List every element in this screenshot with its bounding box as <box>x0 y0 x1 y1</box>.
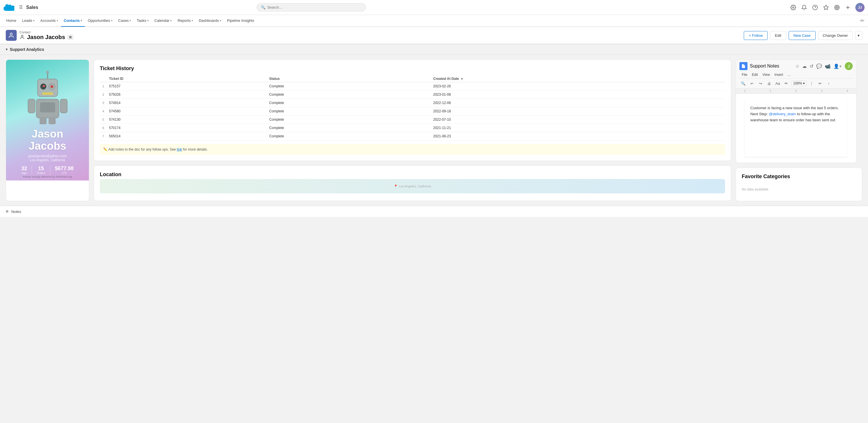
app-grid-icon[interactable]: ⠿ <box>19 4 23 11</box>
chevron-down-icon: ▾ <box>191 19 193 22</box>
chevron-down-icon: ▾ <box>33 19 34 22</box>
row-status: Complete <box>267 107 431 116</box>
nav-item-reports[interactable]: Reports ▾ <box>175 15 196 27</box>
favorite-categories-card: Favorite Categories No data available <box>736 167 862 201</box>
notes-label[interactable]: Notes <box>11 209 21 214</box>
gdoc-header: Support Notes ☆ ☁ ↺ 💬 📹 👤+ J <box>739 62 853 70</box>
star-bookmark-icon[interactable] <box>823 4 830 11</box>
setup-icon[interactable] <box>790 4 797 11</box>
history-icon[interactable]: ↺ <box>810 64 813 69</box>
row-ticket-id[interactable]: 574130 <box>107 116 267 124</box>
gdoc-tool-paint[interactable]: ✏ <box>782 79 790 87</box>
nav-item-pipeline-insights[interactable]: Pipeline Insights <box>224 15 257 27</box>
gdoc-tool-expand[interactable]: ↑ <box>825 79 833 87</box>
table-row: 3 574914 Complete 2022-12-06 <box>100 99 725 107</box>
row-ticket-id[interactable]: 574580 <box>107 107 267 116</box>
gdoc-menu-file[interactable]: File <box>739 72 749 77</box>
profile-email: jasonjacobs@yahoo.com <box>28 154 67 158</box>
row-ticket-id[interactable]: 570174 <box>107 124 267 132</box>
row-num: 6 <box>100 124 107 132</box>
svg-rect-21 <box>28 99 35 113</box>
add-icon[interactable] <box>844 4 851 11</box>
section-chevron-icon: ▾ <box>6 47 7 52</box>
gdoc-content[interactable]: Customer is facing a new issue with the … <box>736 94 856 163</box>
nav-more-icon[interactable]: ✏ <box>860 18 865 24</box>
nav-item-leads[interactable]: Leads ▾ <box>19 15 37 27</box>
gdoc-tool-redo[interactable]: ↪ <box>757 79 764 87</box>
col-date[interactable]: Created At Date ▼ <box>431 75 725 82</box>
profile-banner: Robots lovingly delivered by Robohash.or… <box>6 60 89 181</box>
chevron-down-icon: ▾ <box>170 19 172 22</box>
svg-point-9 <box>10 33 12 35</box>
row-date: 2021-08-23 <box>431 132 725 140</box>
robot-watermark: Robots lovingly delivered by Robohash.or… <box>6 175 89 178</box>
comment-icon[interactable]: 💬 <box>816 64 822 69</box>
nav-item-opportunities[interactable]: Opportunities ▾ <box>85 15 115 27</box>
nav-item-accounts[interactable]: Accounts ▾ <box>37 15 61 27</box>
page-header: Contact Jason Jacobs ⊞ + Follow Edit New… <box>0 27 868 44</box>
row-ticket-id[interactable]: 551989 <box>107 140 267 142</box>
add-person-icon[interactable]: 👤+ <box>834 64 842 69</box>
salesforce-logo[interactable] <box>3 2 14 13</box>
nav-item-calendar[interactable]: Calendar ▾ <box>152 15 175 27</box>
target-icon[interactable] <box>834 4 840 11</box>
nav-item-contacts[interactable]: Contacts ▾ <box>61 15 85 27</box>
row-ticket-id[interactable]: 574914 <box>107 99 267 107</box>
cloud-icon[interactable]: ☁ <box>802 64 807 69</box>
help-icon[interactable] <box>812 4 818 11</box>
gdoc-tool-bar: 🔍 ↩ ↪ 🖨 Aa ✏ 100% ▾ ⋮ ✏ ↑ <box>739 78 853 88</box>
svg-point-0 <box>793 7 794 8</box>
nav-item-tasks[interactable]: Tasks ▾ <box>134 15 151 27</box>
user-avatar[interactable]: JJ <box>855 3 865 12</box>
contact-header-info: Contact Jason Jacobs ⊞ <box>20 30 741 40</box>
nav-item-cases[interactable]: Cases ▾ <box>115 15 134 27</box>
svg-point-10 <box>21 35 23 37</box>
chevron-down-icon: ▾ <box>57 19 58 22</box>
gdoc-menu-more[interactable]: ... <box>785 72 793 77</box>
new-case-button[interactable]: New Case <box>788 31 816 40</box>
row-ticket-id[interactable]: 575157 <box>107 82 267 91</box>
note-line1: Customer is facing a new issue with the … <box>750 105 842 111</box>
col-status[interactable]: Status <box>267 75 431 82</box>
gdoc-tool-search[interactable]: 🔍 <box>739 79 747 87</box>
row-ticket-id[interactable]: 575026 <box>107 91 267 99</box>
stat-age: 32 Age <box>17 165 32 175</box>
support-analytics-section-bar[interactable]: ▾ Support Analytics <box>0 44 868 55</box>
mention-delivery-team[interactable]: @delivery_team <box>769 112 796 116</box>
gdoc-menu-edit[interactable]: Edit <box>749 72 760 77</box>
contact-badge[interactable]: ⊞ <box>67 35 73 40</box>
breadcrumb: Contact <box>20 30 741 34</box>
row-date: 2023-02-26 <box>431 82 725 91</box>
gdoc-zoom-dropdown[interactable]: 100% ▾ <box>791 80 807 86</box>
ticket-table-scroll[interactable]: Ticket ID Status Created At Date ▼ 1 575… <box>100 75 725 142</box>
nav-item-dashboards[interactable]: Dashboards ▾ <box>196 15 224 27</box>
edit-button[interactable]: Edit <box>770 31 786 40</box>
actions-dropdown-button[interactable]: ▾ <box>855 31 862 40</box>
gdoc-menu-view[interactable]: View <box>760 72 772 77</box>
change-owner-button[interactable]: Change Owner <box>818 31 853 40</box>
note-link[interactable]: link <box>177 148 182 152</box>
follow-button[interactable]: + Follow <box>744 31 768 40</box>
col-ticket-id[interactable]: Ticket ID <box>107 75 267 82</box>
gdoc-menu-insert[interactable]: Insert <box>772 72 785 77</box>
support-notes-panel: Support Notes ☆ ☁ ↺ 💬 📹 👤+ J File <box>736 60 857 163</box>
svg-rect-24 <box>49 118 56 124</box>
search-bar[interactable]: 🔍 <box>256 3 366 11</box>
video-icon[interactable]: 📹 <box>825 64 831 69</box>
row-ticket-id[interactable]: 565014 <box>107 132 267 140</box>
gdoc-tool-print[interactable]: 🖨 <box>765 79 773 87</box>
svg-point-1 <box>813 5 818 10</box>
gdoc-tool-undo[interactable]: ↩ <box>748 79 755 87</box>
star-icon[interactable]: ☆ <box>795 64 799 69</box>
svg-rect-23 <box>39 118 46 124</box>
search-input[interactable] <box>267 5 362 9</box>
gdoc-tool-spellcheck[interactable]: Aa <box>774 79 781 87</box>
notification-icon[interactable] <box>801 4 808 11</box>
chevron-down-icon: ▾ <box>803 81 805 85</box>
gdoc-tool-pen[interactable]: ✏ <box>816 79 824 87</box>
nav-menu: Home Leads ▾ Accounts ▾ Contacts ▾ Oppor… <box>0 15 868 27</box>
gdoc-menu-bar: File Edit View Insert ... <box>739 71 853 78</box>
contact-record-icon <box>6 30 17 41</box>
nav-item-home[interactable]: Home <box>3 15 19 27</box>
gdoc-tool-more[interactable]: ⋮ <box>808 79 815 87</box>
